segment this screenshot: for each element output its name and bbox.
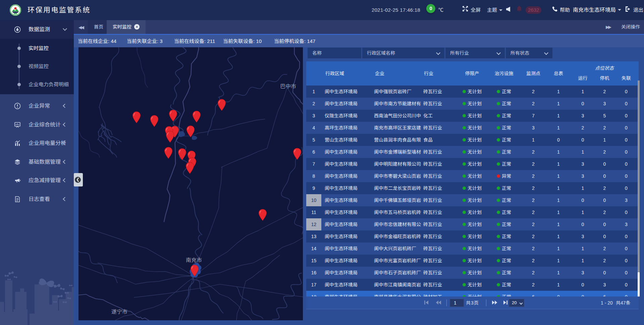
table-row[interactable]: 18南部生态环境局南部县建华水泥有限公砖材加工60060无计划正常 [306,291,639,296]
close-operations-button[interactable]: ▶▶关闭操作 [606,20,640,34]
logout-icon [625,0,631,20]
status-dot-green [463,114,466,117]
table-row[interactable]: 2阆中生态环境局阆中市南方节能建材有砖瓦行业21030无计划正常 [306,98,639,110]
industry-filter-select[interactable]: 所有行业 [445,48,505,58]
table-row[interactable]: 3仪陇生态环境局西南油气田分公司川中化工71350无计划正常 [306,110,639,122]
fullscreen-button[interactable]: 全屏 [462,0,481,20]
map-pin-icon[interactable] [185,162,194,174]
sidebar-item-1[interactable]: 企业综合统计 [0,115,74,134]
cell-tm: 1 [547,98,570,110]
cell-ctrl: 正常 [488,242,520,255]
first-page-button[interactable] [424,300,431,306]
cell-region: 阆中生态环境局 [325,98,372,110]
org-dropdown[interactable]: 南充市生态环境局 [573,0,621,20]
logout-button[interactable]: 退出 [625,0,643,20]
status-filter-value: 所有状态 [511,50,529,56]
tab-close-icon[interactable]: ✕ [134,24,140,30]
status-dot-green [463,247,466,250]
table-row[interactable]: 9阆中生态环境局阆中市二龙长宝页岩砖砖瓦行业21120无计划正常 [306,182,639,194]
sidebar-item-0[interactable]: 企业异常 [0,97,74,115]
table-row[interactable]: 17阆中生态环境局阆中市江南镇阆南页岩砖瓦行业21030无计划正常 [306,279,639,291]
tab-home[interactable]: 首页 [88,20,109,34]
map-pin-icon[interactable] [258,209,267,221]
cell-limit: 无计划 [456,182,488,194]
region-filter-select[interactable]: 行政区域名称 [362,48,444,58]
cell-limit: 无计划 [456,134,488,146]
map-pin-icon[interactable] [178,148,186,160]
cell-region: 阆中生态环境局 [325,206,372,218]
table-row[interactable]: 8阆中生态环境局阆中市枣碧大梁山页岩砖瓦行业21300无计划异常 [306,170,639,182]
chevron-left-icon [63,122,67,127]
prev-page-button[interactable] [435,300,442,306]
stats-bar: 当前在线企业: 44当前失联企业: 3当前在线设备: 211当前失联设备: 10… [74,35,644,47]
table-row[interactable]: 11阆中生态环境局阆中市五马桥页岩机砖砖瓦行业21120无计划正常 [306,206,639,218]
sidebar-subitem-1[interactable]: 实时监控 [0,39,74,57]
table-row[interactable]: 15阆中生态环境局阆中市光富页岩机砖厂砖瓦行业21120无计划正常 [306,255,639,267]
table-scrollbar-track[interactable] [638,80,640,296]
tabs-scroll-left-button[interactable]: ◀◀ [74,20,88,34]
cell-industry: 砖瓦行业 [423,230,457,242]
sidebar-item-5[interactable]: 日志查看 [0,190,74,209]
table-row[interactable]: 6阆中生态环境局阆中市金博瑞新型墙材砖瓦行业21120无计划正常 [306,146,639,158]
page-number-input[interactable] [450,299,464,307]
theme-dropdown[interactable]: 主题 [487,0,502,20]
table-header: 行政区域 企业 行业 停限产 治污设施 监测点 总表 点位状态 运行 停机 失联 [306,61,639,86]
map-pin-icon[interactable] [186,125,195,138]
map-pin-icon[interactable] [293,148,302,160]
stat-item: 当前在线企业: 44 [78,35,116,47]
cell-run: 1 [570,255,595,267]
cell-industry: 砖瓦行业 [423,206,457,218]
table-scrollbar-thumb[interactable] [638,272,640,296]
notifications-button[interactable]: 2632 [517,0,541,20]
cell-stop: 0 [595,230,614,242]
status-dot-green [497,162,500,166]
temperature-badge: 0 [426,4,435,13]
map-pin-icon[interactable] [164,147,173,159]
table-row[interactable]: 4高坪生态环境局南充市高坪区王家店建砖瓦行业31220无计划正常 [306,122,639,134]
cell-enterprise: 阆中市光富页岩机砖厂 [374,255,423,267]
table-row[interactable]: 14阆中生态环境局阆中大兴页岩机砖厂砖瓦行业21120无计划正常 [306,242,639,255]
map-pin-icon[interactable] [169,110,177,122]
sidebar-item-3[interactable]: 基础数据管理 [0,153,74,171]
status-dot-green [463,259,466,262]
mute-speaker-icon[interactable] [506,0,510,20]
next-page-button[interactable] [491,300,499,306]
sidebar-subitem-2[interactable]: 视频监控 [0,57,74,75]
cell-off: 0 [614,230,639,242]
cell-stop: 2 [595,182,614,194]
cell-ctrl: 正常 [488,206,520,218]
table-row[interactable]: 5营山生态环境局营山县润丰肉食品有限食品10010无计划正常 [306,134,639,146]
cell-limit: 无计划 [456,146,488,158]
table-row[interactable]: 7阆中生态环境局阆中明阳建材有限公司砖瓦行业21300无计划正常 [306,158,639,170]
table-row[interactable]: 10阆中生态环境局阆中千佛镇五郎垭页岩砖瓦行业21003无计划正常 [306,194,639,206]
cell-limit: 无计划 [456,267,488,279]
help-button[interactable]: 帮助 [552,0,570,20]
status-filter-select[interactable]: 所有状态 [506,48,552,58]
map-pin-icon[interactable] [190,265,199,277]
cell-enterprise: 阆中大兴页岩机砖厂 [374,242,423,255]
map-pin-icon[interactable] [217,99,226,111]
sidebar-group-data-monitoring[interactable]: 数据监测 [0,20,74,39]
table-row[interactable]: 12阆中生态环境局阆中市忠信建材有限公砖瓦行业21003无计划正常 [306,218,639,230]
sidebar-item-4[interactable]: 应急减排管理 [0,171,74,190]
last-page-button[interactable] [502,300,509,306]
tab-realtime-monitoring[interactable]: 实时监控✕ [107,20,146,34]
tree-dot-icon [17,47,21,50]
sidebar-subitem-3[interactable]: 企业电力负荷明细 [0,75,74,94]
cell-mp: 2 [520,86,547,98]
map-collapse-button[interactable]: ❮ [74,173,83,186]
cell-industry: 砖瓦行业 [423,218,457,230]
table-row[interactable]: 16阆中生态环境局阆中市石子页岩机砖厂砖瓦行业21300无计划正常 [306,267,639,279]
map-pin-icon[interactable] [166,131,174,143]
table-row[interactable]: 1阆中生态环境局阆中强锐页岩砖厂砖瓦行业21120无计划正常 [306,86,639,98]
map-pin-icon[interactable] [132,111,141,123]
name-filter-input[interactable]: 名称 [308,48,361,58]
map-pin-icon[interactable] [150,115,159,127]
map[interactable]: 巴中市南充市遂宁市 [78,47,303,320]
chevron-down-icon [436,51,440,55]
sidebar-item-2[interactable]: 企业用电量分析 [0,134,74,153]
table-row[interactable]: 13阆中生态环境局阆中市金福旺页岩机砖砖瓦行业21300无计划正常 [306,230,639,242]
cell-off: 0 [614,86,639,98]
page-size-select[interactable]: 20 [509,299,524,307]
map-pin-icon[interactable] [192,111,201,123]
